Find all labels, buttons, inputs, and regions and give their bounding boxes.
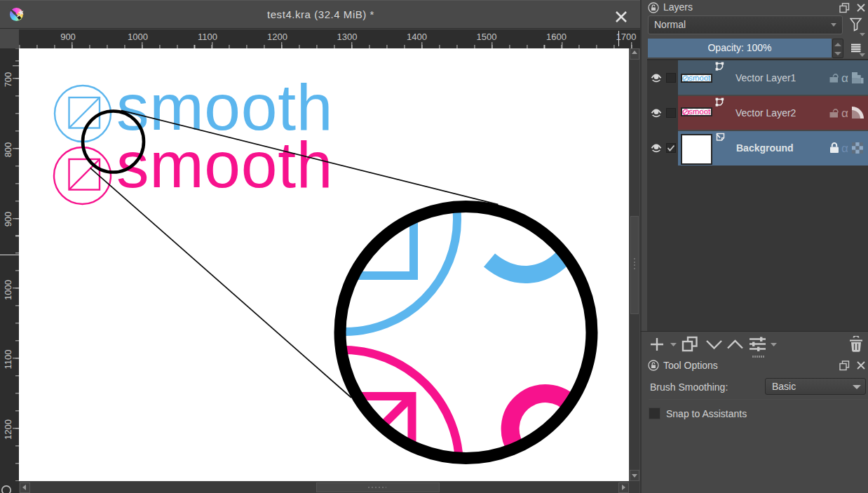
svg-text:smooth: smooth [116, 128, 333, 201]
